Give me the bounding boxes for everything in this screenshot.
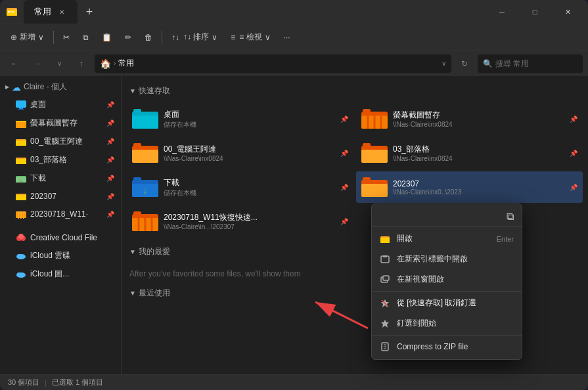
open-icon: [380, 234, 390, 244]
context-open-label: 開啟: [397, 233, 413, 244]
view-button[interactable]: ≡ ≡ 檢視 ∨: [225, 27, 275, 48]
pin-icon: 📌: [106, 193, 114, 200]
sort-label: ↑↓ 排序: [183, 32, 209, 43]
sort-button[interactable]: ↑↓ ↑↓ 排序 ∨: [166, 27, 223, 48]
file-info: 03_部落格 \\Nas-Claire\inx0824: [393, 144, 564, 162]
active-tab[interactable]: 常用 ✕: [24, 0, 78, 24]
quick-access-header[interactable]: ▼ 快速存取: [127, 84, 583, 98]
context-menu: ⧉ 開啟 Enter 在新索引標籤中開啟: [371, 204, 522, 360]
sidebar-item-download[interactable]: ↓ 下載 📌: [3, 169, 118, 187]
tab-close-button[interactable]: ✕: [57, 7, 67, 17]
pin-icon: 📌: [106, 101, 114, 108]
search-box[interactable]: 🔍: [478, 54, 583, 73]
context-copy-icon[interactable]: ⧉: [507, 211, 514, 223]
sidebar-item-creative-cloud[interactable]: Creative Cloud File: [3, 229, 118, 246]
sidebar-item-pc-king[interactable]: 00_電腦王阿達 📌: [3, 133, 118, 150]
file-item-202307[interactable]: 202307 \\Nas-Claire\inx0..\2023 📌: [356, 171, 583, 203]
file-pin-icon: 📌: [340, 184, 348, 191]
sidebar-item-screenshot[interactable]: 螢幕截圖暫存 📌: [3, 114, 118, 132]
view-icon: ≡: [231, 33, 235, 42]
more-button[interactable]: ···: [279, 27, 296, 48]
file-item-desktop[interactable]: 桌面 儲存在本機 📌: [127, 103, 353, 135]
favorites-chevron: ▼: [129, 248, 136, 255]
file-item-pc-king[interactable]: 00_電腦王阿達 \\Nas-Claire\inx0824 📌: [127, 137, 353, 169]
sidebar-item-desktop[interactable]: 桌面 📌: [3, 96, 118, 114]
open-new-window-icon: [380, 274, 390, 285]
svg-rect-61: [133, 211, 141, 217]
context-open[interactable]: 開啟 Enter: [372, 228, 522, 249]
unpin-icon: [380, 298, 390, 309]
minimize-button[interactable]: ─: [487, 0, 517, 24]
address-dropdown-icon: ∨: [441, 60, 446, 67]
svg-rect-17: [16, 159, 26, 164]
context-open-new-window[interactable]: 在新視窗開啟: [372, 269, 522, 290]
copy-button[interactable]: ⧉: [78, 27, 94, 48]
rename-button[interactable]: ✏: [120, 27, 137, 48]
file-path: \\Nas-Claire\inx0824: [393, 121, 564, 128]
sidebar-item-label: 03_部落格: [30, 154, 67, 165]
arrow-annotation: [302, 282, 381, 337]
context-compress[interactable]: Compress to ZIP file: [372, 337, 522, 357]
back-button[interactable]: ←: [5, 54, 24, 73]
file-item-win11[interactable]: 20230718_W11恢復快速... \\Nas-Claire\in...\2…: [127, 206, 353, 237]
file-item-download[interactable]: ↓ 下載 儲存在本機 📌: [127, 171, 353, 203]
paste-icon: 📋: [102, 33, 112, 42]
pin-icon: 📌: [106, 175, 114, 182]
svg-rect-4: [16, 100, 26, 108]
context-open-new-tab[interactable]: 在新索引標籤中開啟: [372, 249, 522, 269]
file-item-blog[interactable]: 03_部落格 \\Nas-Claire\inx0824 📌: [356, 137, 583, 169]
svg-rect-6: [18, 109, 24, 110]
close-button[interactable]: ✕: [553, 0, 583, 24]
sidebar-item-label: 20230718_W11·: [30, 209, 88, 219]
address-current: 常用: [118, 58, 134, 69]
context-unpin-label: 從 [快速存取] 取消釘選: [397, 297, 476, 309]
title-bar: 常用 ✕ + ─ □ ✕: [0, 0, 588, 24]
sidebar-item-label: iCloud 雲碟: [30, 250, 70, 261]
open-new-tab-icon: [380, 254, 390, 265]
file-pin-icon: 📌: [340, 218, 348, 225]
copy-icon: ⧉: [83, 33, 89, 42]
svg-point-36: [21, 272, 25, 276]
svg-rect-47: [132, 150, 158, 163]
sidebar-item-blog[interactable]: 03_部落格 📌: [3, 151, 118, 169]
svg-rect-1: [7, 10, 17, 16]
up-button[interactable]: ↑: [72, 54, 91, 73]
sort-chevron: ∨: [212, 33, 217, 42]
sidebar-cloud-section[interactable]: ▶ ☁ Claire - 個人: [0, 79, 121, 95]
sidebar-item-icloud-drive[interactable]: iCloud 雲碟: [3, 247, 118, 265]
svg-rect-54: [133, 177, 141, 183]
search-input[interactable]: [495, 59, 588, 68]
new-button[interactable]: ⊕ 新增 ∨: [5, 27, 49, 48]
file-info: 202307 \\Nas-Claire\inx0..\2023: [393, 179, 564, 196]
sidebar-item-202307[interactable]: 202307 📌: [3, 188, 118, 205]
refresh-button[interactable]: ↻: [455, 54, 474, 73]
download-folder-icon: ↓: [132, 175, 158, 199]
svg-rect-68: [383, 255, 387, 257]
file-pin-icon: 📌: [570, 150, 577, 157]
dropdown-button[interactable]: ∨: [50, 54, 68, 73]
delete-button[interactable]: 🗑: [139, 27, 158, 48]
svg-rect-39: [133, 109, 141, 114]
forward-button[interactable]: →: [28, 54, 46, 73]
svg-text:↓: ↓: [143, 185, 148, 196]
cut-button[interactable]: ✂: [58, 27, 75, 48]
new-tab-button[interactable]: +: [80, 3, 99, 21]
sidebar-item-icloud-more[interactable]: iCloud 圖...: [3, 265, 118, 283]
file-info: 20230718_W11恢復快速... \\Nas-Claire\in...\2…: [164, 212, 335, 230]
sidebar-item-win11[interactable]: 20230718_W11· 📌: [3, 206, 118, 223]
maximize-button[interactable]: □: [520, 0, 550, 24]
svg-rect-38: [132, 116, 158, 129]
svg-point-35: [17, 272, 22, 276]
address-path[interactable]: 🏠 › 常用 ∨: [95, 54, 451, 73]
view-chevron: ∨: [265, 33, 271, 42]
context-unpin[interactable]: 從 [快速存取] 取消釘選: [372, 293, 522, 313]
svg-point-32: [17, 254, 22, 258]
file-path: \\Nas-Claire\inx0..\2023: [393, 188, 564, 196]
cloud-icon: ☁: [12, 82, 21, 93]
paste-button[interactable]: 📋: [97, 27, 117, 48]
context-pin-start[interactable]: 釘選到開始: [372, 313, 522, 334]
pin-icon: 📌: [106, 211, 114, 218]
file-item-screenshot[interactable]: 螢幕截圖暫存 \\Nas-Claire\inx0824 📌: [356, 103, 583, 135]
context-menu-top: ⧉: [372, 207, 522, 227]
favorites-label: 我的最愛: [139, 246, 170, 257]
